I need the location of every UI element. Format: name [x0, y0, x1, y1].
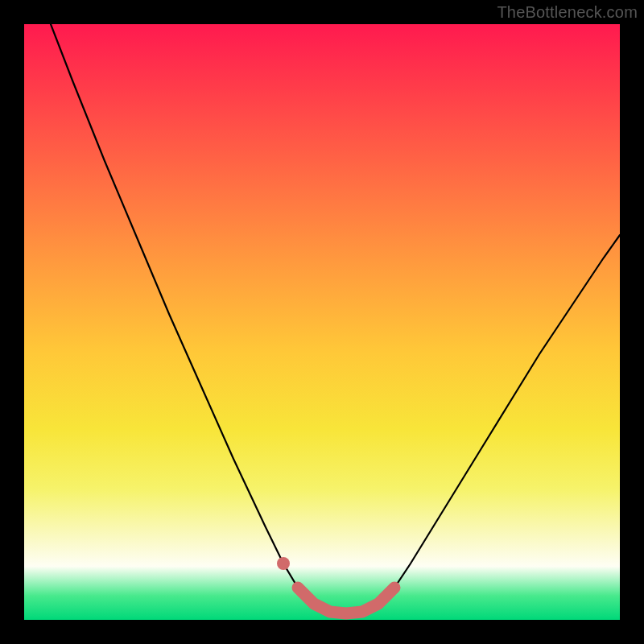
watermark-text: TheBottleneck.com — [497, 3, 638, 22]
highlight-flat-bottom-path — [298, 588, 394, 613]
bottleneck-curve-path — [51, 24, 620, 613]
chart-svg — [24, 24, 620, 620]
highlight-dot-left — [277, 557, 290, 570]
chart-plot-area — [24, 24, 620, 620]
